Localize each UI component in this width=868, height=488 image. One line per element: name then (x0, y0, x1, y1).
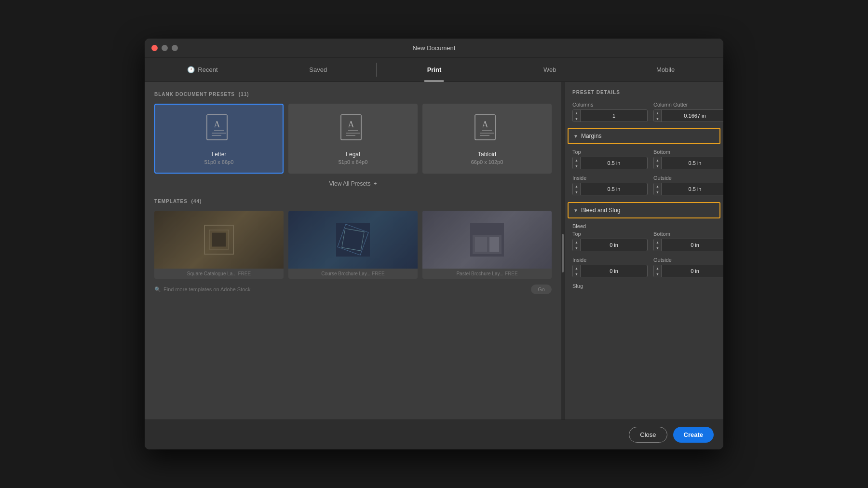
columns-spinner[interactable]: ▲ ▼ (573, 110, 581, 122)
bleed-inside-value[interactable] (581, 268, 647, 274)
template-3-thumb (422, 211, 552, 269)
svg-rect-17 (212, 232, 226, 247)
bleed-inside-label: Inside (572, 257, 648, 263)
tabs-bar: 🕐 Recent Saved Print Web Mobile (145, 58, 723, 82)
columns-value[interactable] (581, 113, 647, 119)
margins-bottom-down[interactable]: ▼ (654, 163, 661, 169)
template-2[interactable]: Course Brochure Lay... FREE (288, 211, 418, 279)
margins-section-header[interactable]: ▼ Margins (568, 128, 720, 144)
columns-input[interactable]: ▲ ▼ (572, 109, 648, 122)
margins-top-up[interactable]: ▲ (573, 157, 580, 163)
view-all-presets-button[interactable]: View All Presets + (154, 180, 552, 187)
bleed-bottom-up[interactable]: ▲ (654, 239, 661, 245)
templates-section-label: TEMPLATES (44) (154, 199, 552, 204)
preset-letter[interactable]: A Letter 51p0 x 66p0 (154, 104, 284, 174)
columns-up[interactable]: ▲ (573, 110, 580, 116)
margins-outside-down[interactable]: ▼ (654, 189, 661, 195)
bleed-bottom-down[interactable]: ▼ (654, 245, 661, 251)
margins-inside-value[interactable] (581, 186, 647, 192)
column-gutter-down[interactable]: ▼ (654, 116, 661, 122)
template-1[interactable]: Square Catalogue La... FREE (154, 211, 284, 279)
margins-outside-input[interactable]: ▲ ▼ (653, 183, 723, 195)
maximize-window-button[interactable] (172, 45, 178, 51)
columns-row: Columns ▲ ▼ Column Gutter ▲ ▼ (572, 102, 716, 122)
bleed-outside-down[interactable]: ▼ (654, 271, 661, 277)
bleed-outside-value[interactable] (662, 268, 723, 274)
margins-outside-value[interactable] (662, 186, 723, 192)
columns-down[interactable]: ▼ (573, 116, 580, 122)
slug-label: Slug (572, 283, 716, 289)
bleed-inside-down[interactable]: ▼ (573, 271, 580, 277)
margins-outside-spinner[interactable]: ▲ ▼ (654, 183, 662, 195)
bleed-inside-up[interactable]: ▲ (573, 265, 580, 271)
preset-tabloid-size: 66p0 x 102p0 (471, 159, 503, 165)
svg-rect-18 (336, 223, 370, 257)
margins-outside-label: Outside (653, 175, 723, 181)
bleed-top-value[interactable] (581, 242, 647, 248)
columns-label: Columns (572, 102, 648, 108)
column-gutter-value[interactable] (662, 113, 723, 119)
preset-letter-icon: A (202, 112, 236, 146)
go-button[interactable]: Go (531, 285, 552, 294)
minimize-window-button[interactable] (162, 45, 168, 51)
margins-outside-up[interactable]: ▲ (654, 183, 661, 189)
bleed-bottom-value[interactable] (662, 242, 723, 248)
new-document-dialog: New Document 🕐 Recent Saved Print Web Mo… (145, 39, 723, 449)
margins-bottom-up[interactable]: ▲ (654, 157, 661, 163)
bleed-top-down[interactable]: ▼ (573, 245, 580, 251)
column-gutter-spinner[interactable]: ▲ ▼ (654, 110, 662, 122)
bleed-outside-up[interactable]: ▲ (654, 265, 661, 271)
bleed-top-up[interactable]: ▲ (573, 239, 580, 245)
preset-legal[interactable]: A Legal 51p0 x 84p0 (288, 104, 418, 174)
main-content: BLANK DOCUMENT PRESETS (11) A Letter 51p… (145, 82, 723, 420)
bleed-top-input[interactable]: ▲ ▼ (572, 239, 648, 251)
tab-web[interactable]: Web (492, 58, 608, 81)
margins-bottom-spinner[interactable]: ▲ ▼ (654, 157, 662, 169)
margins-top-value[interactable] (581, 160, 647, 166)
preset-letter-name: Letter (212, 151, 227, 158)
margins-top-input[interactable]: ▲ ▼ (572, 157, 648, 169)
close-button[interactable]: Close (629, 427, 667, 443)
margins-inside-down[interactable]: ▼ (573, 189, 580, 195)
margins-inside-up[interactable]: ▲ (573, 183, 580, 189)
preset-legal-icon: A (336, 112, 370, 146)
margins-top-down[interactable]: ▼ (573, 163, 580, 169)
bleed-outside-input[interactable]: ▲ ▼ (653, 265, 723, 277)
tab-recent[interactable]: 🕐 Recent (145, 58, 260, 81)
close-window-button[interactable] (151, 45, 158, 51)
preset-tabloid[interactable]: A Tabloid 66p0 x 102p0 (422, 104, 552, 174)
bleed-bottom-spinner[interactable]: ▲ ▼ (654, 239, 662, 251)
preset-legal-name: Legal (346, 151, 360, 158)
margins-top-field: Top ▲ ▼ (572, 149, 648, 169)
bleed-slug-section-header[interactable]: ▼ Bleed and Slug (568, 202, 720, 218)
margins-top-spinner[interactable]: ▲ ▼ (573, 157, 581, 169)
bleed-bottom-input[interactable]: ▲ ▼ (653, 239, 723, 251)
bleed-inside-input[interactable]: ▲ ▼ (572, 265, 648, 277)
template-3[interactable]: Pastel Brochure Lay... FREE (422, 211, 552, 279)
tab-mobile[interactable]: Mobile (608, 58, 723, 81)
bleed-outside-spinner[interactable]: ▲ ▼ (654, 265, 662, 277)
margins-inside-input[interactable]: ▲ ▼ (572, 183, 648, 195)
column-gutter-label: Column Gutter (653, 102, 723, 108)
bleed-top-spinner[interactable]: ▲ ▼ (573, 239, 581, 251)
adobe-stock-search: 🔍 Find more templates on Adobe Stock Go (154, 285, 552, 294)
tab-print[interactable]: Print (377, 58, 492, 81)
create-button[interactable]: Create (673, 427, 714, 443)
margins-section-label: Margins (581, 133, 602, 139)
templates-section: TEMPLATES (44) Square Catal (154, 199, 552, 294)
templates-grid: Square Catalogue La... FREE (154, 211, 552, 279)
margins-top-bottom-row: Top ▲ ▼ Bottom ▲ ▼ (572, 149, 716, 169)
column-gutter-up[interactable]: ▲ (654, 110, 661, 116)
search-icon: 🔍 (154, 286, 161, 293)
margins-inside-spinner[interactable]: ▲ ▼ (573, 183, 581, 195)
margins-bottom-value[interactable] (662, 160, 723, 166)
plus-icon: + (373, 180, 377, 187)
bleed-outside-label: Outside (653, 257, 723, 263)
svg-text:A: A (348, 120, 354, 129)
tab-web-label: Web (543, 66, 556, 73)
margins-bottom-input[interactable]: ▲ ▼ (653, 157, 723, 169)
scrollbar-thumb[interactable] (562, 234, 564, 272)
tab-saved[interactable]: Saved (260, 58, 376, 81)
column-gutter-input[interactable]: ▲ ▼ (653, 109, 723, 122)
bleed-inside-spinner[interactable]: ▲ ▼ (573, 265, 581, 277)
